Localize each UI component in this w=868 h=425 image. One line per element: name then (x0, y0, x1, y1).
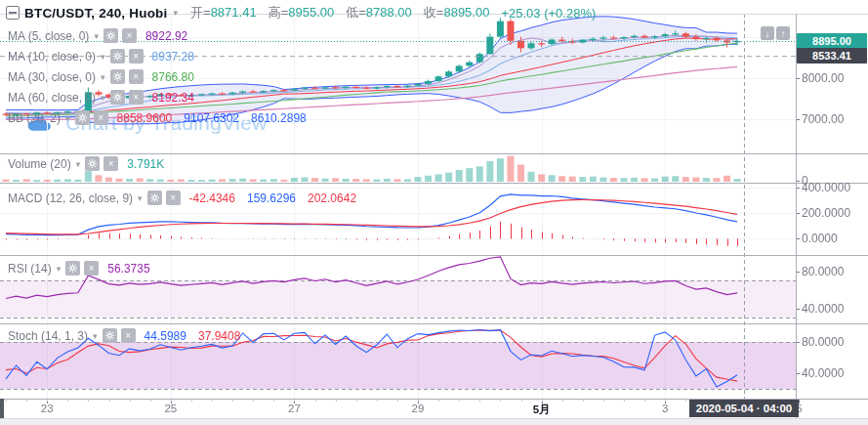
price-axis-label: 8000.00 (802, 72, 844, 84)
tradingview-chart: Chart by TradingView BTC/USDT, 240, Huob… (0, 0, 868, 425)
indicator-row-bb: BB (20, 2) ▾ × 8858.9600 9107.6302 8610.… (8, 110, 307, 125)
indicator-label: BB (20, 2) (8, 111, 61, 125)
pane-separator[interactable] (0, 323, 868, 324)
pane-separator[interactable] (0, 183, 868, 184)
macd-hist-value: -42.4346 (189, 191, 235, 205)
settings-icon[interactable] (110, 90, 125, 105)
stoch-k-value: 44.5989 (145, 329, 186, 343)
bb-lower-value: 8610.2898 (251, 111, 307, 125)
symbol-header: BTC/USDT, 240, Huobi ▾ 开=8871.41 高=8955.… (6, 4, 596, 21)
dropdown-caret-icon[interactable]: ▾ (64, 113, 71, 123)
close-icon[interactable]: × (121, 328, 136, 343)
high-label: 高= (269, 5, 289, 20)
dropdown-caret-icon[interactable]: ▾ (100, 72, 106, 82)
rsi-axis-label: 80.0000 (802, 266, 844, 277)
indicator-label: RSI (14) (8, 262, 52, 276)
time-axis-label: 27 (288, 403, 301, 414)
settings-icon[interactable] (85, 156, 100, 171)
dropdown-caret-icon[interactable]: ▾ (93, 31, 100, 41)
chevron-down-icon[interactable]: ▾ (173, 8, 180, 18)
settings-icon[interactable] (110, 49, 125, 64)
indicator-row-rsi: RSI (14) ▾ × 56.3735 (8, 261, 150, 276)
open-value: 8871.41 (211, 5, 257, 20)
time-scrollbar[interactable] (0, 418, 868, 425)
settings-icon[interactable] (103, 28, 118, 43)
collapse-panel-icon[interactable] (6, 6, 20, 20)
high-value: 8955.00 (288, 5, 334, 20)
dropdown-caret-icon[interactable]: ▾ (100, 52, 106, 62)
indicator-row-ma60: MA (60, close, 0) ▾ × 8192.34 (8, 90, 194, 105)
indicator-label: MA (30, close, 0) (8, 70, 96, 84)
indicator-label: Volume (20) (8, 157, 71, 171)
dropdown-caret-icon[interactable]: ▾ (100, 93, 106, 103)
indicator-label: MACD (12, 26, close, 9) (8, 191, 133, 205)
settings-icon[interactable] (65, 261, 80, 276)
indicator-label: MA (60, close, 0) (8, 91, 96, 105)
macd-signal-value: 202.0642 (308, 191, 356, 205)
indicator-row-ma5: MA (5, close, 0) ▾ × 8922.92 (8, 28, 187, 43)
close-icon[interactable]: × (84, 261, 99, 276)
dropdown-caret-icon[interactable]: ▾ (137, 193, 144, 203)
arrow-down-icon[interactable]: ↓ (761, 26, 774, 40)
symbol-title[interactable]: BTC/USDT, 240, Huobi (24, 6, 168, 21)
dropdown-caret-icon[interactable]: ▾ (75, 159, 82, 169)
close-icon[interactable]: × (129, 49, 144, 64)
indicator-row-stoch: Stoch (14, 1, 3) ▾ × 44.5989 37.9408 (8, 328, 240, 343)
indicator-row-ma30: MA (30, close, 0) ▾ × 8766.80 (8, 69, 194, 84)
settings-icon[interactable] (110, 69, 125, 84)
settings-icon[interactable] (147, 191, 162, 205)
settings-icon[interactable] (75, 110, 90, 125)
last-price-badge: 8895.00 (797, 33, 867, 49)
dropdown-caret-icon[interactable]: ▾ (56, 264, 62, 274)
stoch-d-value: 37.9408 (198, 329, 240, 343)
rsi-axis-label: 40.0000 (802, 303, 844, 315)
macd-axis-label: 0.0000 (802, 233, 838, 244)
bb-basis-value: 8858.9600 (117, 111, 173, 125)
axis-corner-handle[interactable] (0, 399, 4, 418)
indicator-value: 56.3735 (107, 262, 149, 276)
pane-separator[interactable] (0, 255, 868, 256)
crosshair-price-badge: 8533.41 (797, 48, 867, 64)
indicator-label: MA (10, close, 0) (8, 50, 96, 64)
close-icon[interactable]: × (122, 28, 137, 43)
macd-axis-label: 400.0000 (802, 182, 850, 193)
crosshair-time-badge: 2020-05-04 · 04:00 (689, 400, 799, 417)
low-label: 低= (346, 5, 366, 20)
time-axis-label: 3 (662, 403, 668, 414)
indicator-value: 8766.80 (152, 70, 194, 84)
time-axis-label: 23 (41, 403, 54, 414)
arrow-up-icon[interactable]: ↑ (776, 26, 790, 40)
bb-upper-value: 9107.6302 (184, 111, 239, 125)
price-axis-label: 7000.00 (802, 113, 844, 125)
change-value: +25.03 (+0.28%) (501, 6, 596, 21)
chart-plot-area[interactable] (0, 0, 868, 425)
close-icon[interactable]: × (166, 191, 181, 205)
pane-separator[interactable] (0, 153, 868, 154)
close-icon[interactable]: × (129, 90, 144, 105)
settings-icon[interactable] (103, 328, 117, 343)
close-icon[interactable]: × (94, 110, 108, 125)
close-icon[interactable]: × (103, 156, 118, 171)
dropdown-caret-icon[interactable]: ▾ (92, 331, 99, 341)
indicator-label: MA (5, close, 0) (8, 29, 89, 43)
indicator-value: 8922.92 (145, 29, 187, 43)
stoch-axis-label: 80.0000 (802, 336, 844, 348)
time-axis-label: 29 (412, 403, 425, 414)
open-label: 开= (190, 5, 211, 20)
indicator-row-ma10: MA (10, close, 0) ▾ × 8937.28 (8, 49, 194, 64)
scale-buttons: ↓ ↑ (761, 26, 790, 40)
indicator-value: 3.791K (127, 157, 164, 171)
indicator-label: Stoch (14, 1, 3) (8, 329, 88, 343)
close-label: 收= (424, 5, 444, 20)
time-axis-label: 5月 (533, 403, 551, 417)
macd-axis-label: 200.0000 (802, 207, 850, 219)
indicator-row-volume: Volume (20) ▾ × 3.791K (8, 156, 164, 171)
low-value: 8788.00 (366, 5, 412, 20)
indicator-value: 8937.28 (152, 50, 194, 64)
price-axis-border (796, 14, 797, 418)
stoch-axis-label: 40.0000 (802, 367, 844, 379)
close-icon[interactable]: × (129, 69, 144, 84)
indicator-value: 8192.34 (152, 91, 194, 105)
time-axis-label: 25 (164, 403, 177, 414)
indicator-row-macd: MACD (12, 26, close, 9) ▾ × -42.4346 159… (8, 191, 356, 205)
